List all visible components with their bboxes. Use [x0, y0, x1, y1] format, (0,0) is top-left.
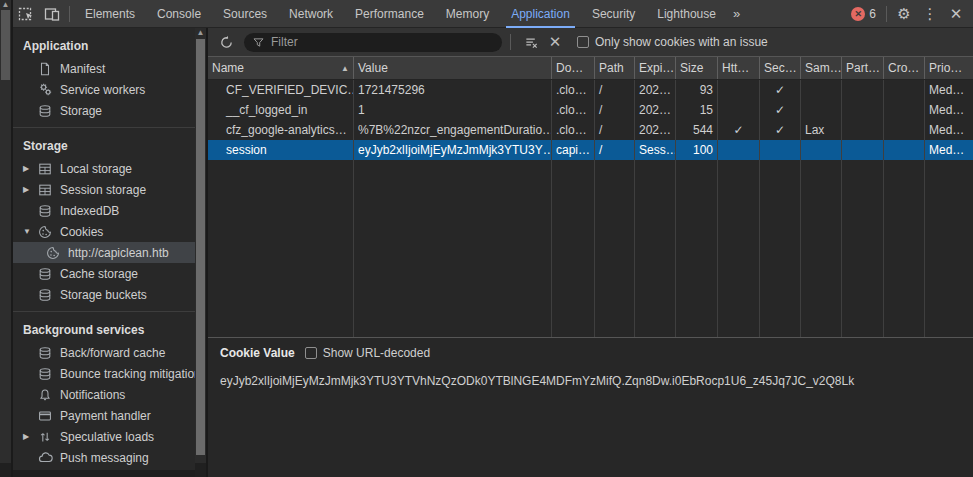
show-url-decoded-label: Show URL-decoded: [323, 346, 430, 360]
cookie-value-label: Cookie Value: [220, 346, 295, 360]
clear-all-cookies-icon[interactable]: [519, 30, 543, 54]
error-count-badge[interactable]: ✕ 6: [851, 7, 876, 21]
expand-arrow-icon[interactable]: ▶: [23, 432, 37, 441]
section-title-application: Application: [13, 34, 195, 58]
tab-memory[interactable]: Memory: [435, 0, 500, 28]
column-header-samesite[interactable]: Sam…: [801, 57, 842, 79]
sidebar-item-storage-buckets[interactable]: Storage buckets: [13, 284, 195, 305]
database-icon: [37, 266, 53, 282]
device-toolbar-icon[interactable]: [39, 1, 65, 27]
refresh-icon[interactable]: [214, 30, 238, 54]
updown-arrows-icon: [37, 429, 53, 445]
toolbar-divider: [886, 6, 887, 22]
cookie-table-empty-area: [208, 160, 973, 337]
cookie-table-header: Name ▲ Value Do… Path Expi… Size Htt… Se…: [208, 57, 973, 80]
sidebar-item-push-messaging[interactable]: Push messaging: [13, 447, 195, 468]
sidebar-item-manifest[interactable]: Manifest: [13, 58, 195, 79]
payment-card-icon: [37, 408, 53, 424]
sidebar-item-label: Cookies: [60, 225, 103, 239]
database-icon: [37, 366, 53, 382]
sidebar-item-payment-handler[interactable]: Payment handler: [13, 405, 195, 426]
tab-console[interactable]: Console: [146, 0, 212, 28]
sidebar-item-back-forward-cache[interactable]: Back/forward cache: [13, 342, 195, 363]
show-url-decoded-checkbox[interactable]: [305, 347, 317, 359]
sidebar-item-label: Back/forward cache: [60, 346, 165, 360]
sidebar-scrollbar-thumb[interactable]: [196, 39, 205, 455]
database-icon: [37, 203, 53, 219]
column-header-expires[interactable]: Expi…: [635, 57, 676, 79]
cloud-icon: [37, 450, 53, 466]
sidebar-item-label: IndexedDB: [60, 204, 119, 218]
cookie-icon: [37, 224, 53, 240]
kebab-menu-icon[interactable]: ⋮: [917, 1, 943, 27]
tab-lighthouse[interactable]: Lighthouse: [646, 0, 727, 28]
sidebar-item-label: Local storage: [60, 162, 132, 176]
column-header-domain[interactable]: Do…: [552, 57, 595, 79]
table-row-cf-logged-in[interactable]: __cf_logged_in 1 .clo… / 202… 15 ✓ Med…: [208, 100, 973, 120]
scroll-up-arrow-icon[interactable]: ▲: [0, 0, 11, 10]
secure-checkmark: ✓: [760, 80, 801, 100]
table-row-cf-verified-device[interactable]: CF_VERIFIED_DEVIC… 1721475296 .clo… / 20…: [208, 80, 973, 100]
table-row-session[interactable]: session eyJyb2xlIjoiMjEyMzJmMjk3YTU3Y… c…: [208, 140, 973, 160]
column-header-priority[interactable]: Prio…: [925, 57, 973, 79]
cookie-filter[interactable]: [244, 33, 502, 52]
more-tabs-icon[interactable]: »: [727, 0, 746, 28]
sidebar-item-cache-storage[interactable]: Cache storage: [13, 263, 195, 284]
filter-input[interactable]: [271, 35, 494, 49]
tab-performance[interactable]: Performance: [344, 0, 435, 28]
database-icon: [37, 345, 53, 361]
page-scrollbar-thumb[interactable]: [1, 10, 10, 80]
tab-sources[interactable]: Sources: [212, 0, 278, 28]
table-icon: [37, 161, 53, 177]
column-header-partition[interactable]: Part…: [842, 57, 884, 79]
column-header-path[interactable]: Path: [595, 57, 635, 79]
sidebar-item-label: Cache storage: [60, 267, 138, 281]
expand-arrow-icon[interactable]: ▶: [23, 164, 37, 173]
sidebar-item-local-storage[interactable]: ▶ Local storage: [13, 158, 195, 179]
tab-network[interactable]: Network: [278, 0, 344, 28]
expand-arrow-icon[interactable]: ▶: [23, 185, 37, 194]
delete-selected-icon[interactable]: ✕: [543, 30, 567, 54]
database-icon: [37, 103, 53, 119]
tab-application[interactable]: Application: [500, 0, 581, 28]
sidebar-item-notifications[interactable]: Notifications: [13, 384, 195, 405]
close-devtools-icon[interactable]: ✕: [943, 1, 969, 27]
inspect-element-icon[interactable]: [13, 1, 39, 27]
only-issues-checkbox[interactable]: [577, 36, 589, 48]
cookies-panel: ✕ Only show cookies with an issue Name ▲…: [208, 28, 973, 477]
table-icon: [37, 182, 53, 198]
sidebar-item-label: Payment handler: [60, 409, 151, 423]
column-header-secure[interactable]: Sec…: [760, 57, 801, 79]
sidebar-item-label: Storage buckets: [60, 288, 147, 302]
sidebar-item-service-workers[interactable]: Service workers: [13, 79, 195, 100]
application-sidebar: Application Manifest Service workers: [13, 28, 195, 477]
sidebar-item-cookies[interactable]: ▼ Cookies: [13, 221, 195, 242]
table-row-cfz-google-analytics[interactable]: cfz_google-analytics… %7B%22nzcr_engagem…: [208, 120, 973, 140]
scroll-up-arrow-icon[interactable]: ▲: [195, 28, 206, 38]
column-header-value[interactable]: Value: [354, 57, 552, 79]
sidebar-item-label: Storage: [60, 104, 102, 118]
bell-icon: [37, 387, 53, 403]
column-header-name[interactable]: Name ▲: [208, 57, 354, 79]
settings-gear-icon[interactable]: ⚙: [891, 1, 917, 27]
column-header-httponly[interactable]: Htt…: [718, 57, 760, 79]
toolbar-divider: [69, 6, 70, 22]
tab-elements[interactable]: Elements: [74, 0, 146, 28]
column-header-crosssite[interactable]: Cro…: [884, 57, 925, 79]
sidebar-item-label: Session storage: [60, 183, 146, 197]
sidebar-item-label: Bounce tracking mitigations: [60, 367, 195, 381]
sidebar-item-session-storage[interactable]: ▶ Session storage: [13, 179, 195, 200]
column-header-size[interactable]: Size: [676, 57, 718, 79]
sidebar-item-storage[interactable]: Storage: [13, 100, 195, 121]
sidebar-item-bounce-tracking[interactable]: Bounce tracking mitigations: [13, 363, 195, 384]
tab-security[interactable]: Security: [581, 0, 646, 28]
sidebar-item-cookie-origin-capiclean[interactable]: http://capiclean.htb: [13, 242, 195, 263]
cookies-toolbar: ✕ Only show cookies with an issue: [208, 28, 973, 57]
sidebar-item-indexeddb[interactable]: IndexedDB: [13, 200, 195, 221]
cookie-value-text: eyJyb2xlIjoiMjEyMzJmMjk3YTU3YTVhNzQzODk0…: [220, 374, 961, 388]
page-scrollbar[interactable]: ▲: [0, 0, 11, 477]
sidebar-item-label: http://capiclean.htb: [68, 246, 169, 260]
sidebar-scrollbar[interactable]: ▲: [195, 28, 208, 477]
collapse-arrow-icon[interactable]: ▼: [23, 227, 37, 236]
sidebar-item-speculative-loads[interactable]: ▶ Speculative loads: [13, 426, 195, 447]
